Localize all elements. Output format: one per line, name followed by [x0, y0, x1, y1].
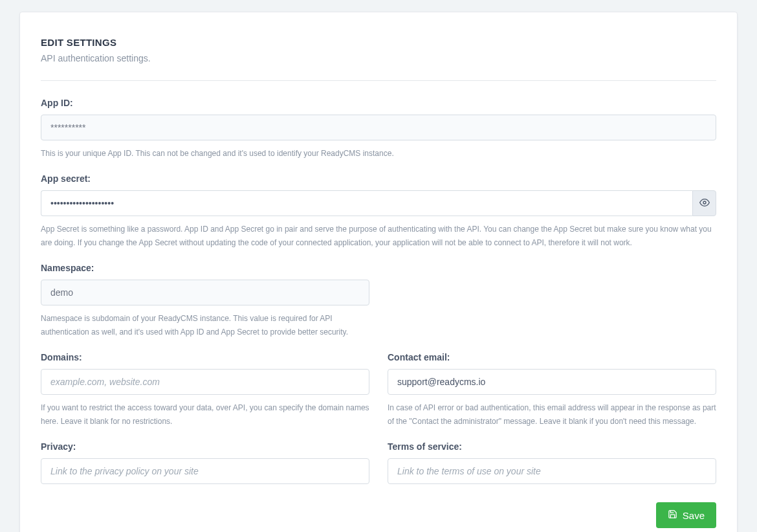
actions-bar: Save — [41, 502, 716, 528]
domains-input[interactable] — [41, 369, 369, 395]
contact-email-help: In case of API error or bad authenticati… — [388, 401, 716, 428]
page-subtitle: API authentication settings. — [41, 53, 716, 63]
settings-card: EDIT SETTINGS API authentication setting… — [19, 12, 738, 532]
page-title: EDIT SETTINGS — [41, 37, 716, 48]
form-group-terms: Terms of service: — [388, 441, 716, 484]
reveal-secret-button[interactable] — [692, 190, 716, 216]
save-icon — [668, 509, 677, 521]
namespace-input — [41, 280, 369, 305]
app-secret-input[interactable] — [41, 190, 692, 216]
namespace-help: Namespace is subdomain of your ReadyCMS … — [41, 312, 369, 339]
terms-input[interactable] — [388, 458, 716, 484]
contact-email-label: Contact email: — [388, 352, 716, 362]
form-group-namespace: Namespace: Namespace is subdomain of you… — [41, 263, 369, 339]
eye-icon — [699, 197, 710, 210]
app-id-label: App ID: — [41, 98, 716, 108]
terms-label: Terms of service: — [388, 441, 716, 452]
svg-point-0 — [703, 201, 706, 204]
domains-label: Domains: — [41, 352, 369, 362]
save-button-label: Save — [683, 510, 705, 521]
contact-email-input[interactable] — [388, 369, 716, 395]
form-group-contact-email: Contact email: In case of API error or b… — [388, 352, 716, 428]
app-id-input — [41, 115, 716, 140]
privacy-input[interactable] — [41, 458, 369, 484]
domains-help: If you want to restrict the access towar… — [41, 401, 369, 428]
form-group-domains: Domains: If you want to restrict the acc… — [41, 352, 369, 428]
form-group-app-secret: App secret: App Secret is something like… — [41, 173, 716, 250]
app-secret-label: App secret: — [41, 173, 716, 184]
app-id-help: This is your unique App ID. This can not… — [41, 147, 716, 161]
form-group-app-id: App ID: This is your unique App ID. This… — [41, 98, 716, 161]
namespace-label: Namespace: — [41, 263, 369, 273]
privacy-label: Privacy: — [41, 441, 369, 452]
divider — [41, 80, 716, 81]
save-button[interactable]: Save — [656, 502, 716, 528]
app-secret-help: App Secret is something like a password.… — [41, 223, 716, 250]
form-group-privacy: Privacy: — [41, 441, 369, 484]
